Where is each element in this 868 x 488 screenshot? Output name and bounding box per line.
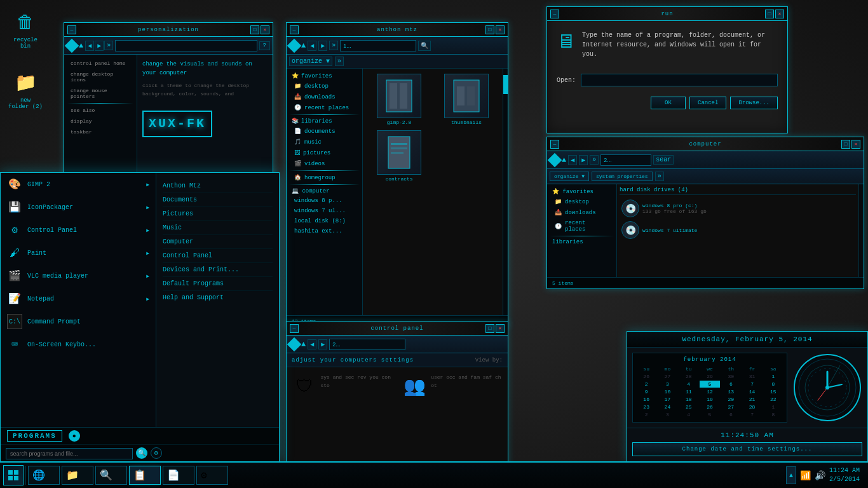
right-pictures[interactable]: Pictures bbox=[163, 207, 273, 221]
cal-w2-6[interactable]: 7 bbox=[742, 381, 762, 388]
cal-w4-5[interactable]: 20 bbox=[721, 396, 741, 403]
cal-w6-3[interactable]: 4 bbox=[679, 411, 699, 418]
file-pictures[interactable]: 🖼 pictures bbox=[289, 147, 360, 158]
file-recent-places[interactable]: 🕐 recent places bbox=[289, 102, 360, 113]
network-icon[interactable]: 📶 bbox=[800, 470, 811, 481]
cal-w4-3[interactable]: 18 bbox=[679, 396, 699, 403]
anthon-toolbar-more[interactable]: » bbox=[335, 57, 344, 66]
start-item-vlc[interactable]: 🎬 VLC media player ▶ bbox=[1, 264, 156, 287]
cal-w4-4[interactable]: 19 bbox=[700, 396, 720, 403]
run-browse-btn[interactable]: Browse... bbox=[730, 97, 778, 109]
right-default-programs[interactable]: Default Programs bbox=[163, 277, 273, 291]
cal-w1-7[interactable]: 1 bbox=[763, 373, 783, 380]
anthon-up[interactable]: ▲ bbox=[301, 41, 306, 50]
taskbar-item-search[interactable]: 🔍 bbox=[95, 466, 127, 485]
address-bar[interactable] bbox=[115, 40, 257, 51]
win-close-btn[interactable]: ✕ bbox=[261, 25, 269, 34]
sidebar-taskbar[interactable]: taskbar bbox=[67, 126, 133, 137]
start-item-paint[interactable]: 🖌 Paint ▶ bbox=[1, 241, 156, 264]
run-ok-btn[interactable]: OK bbox=[651, 97, 686, 109]
right-devices[interactable]: Devices and Print... bbox=[163, 263, 273, 277]
nav-more[interactable]: » bbox=[104, 41, 113, 50]
cp-nav-right[interactable]: ▶ bbox=[318, 339, 327, 349]
anthon-search[interactable]: 🔍 bbox=[418, 41, 431, 51]
cal-w2-1[interactable]: 2 bbox=[636, 381, 656, 388]
comp-up[interactable]: ▲ bbox=[562, 156, 566, 165]
comp-nav-right[interactable]: ▶ bbox=[579, 155, 588, 165]
comp-item-win7[interactable]: windows 7 ul... bbox=[289, 206, 360, 216]
right-anthon[interactable]: Anthon Mtz bbox=[163, 179, 273, 193]
taskbar-item-active1[interactable]: 📋 bbox=[129, 466, 161, 485]
start-item-controlpanel[interactable]: ⚙ Control Panel ▶ bbox=[1, 219, 156, 241]
file-videos[interactable]: 🎬 videos bbox=[289, 158, 360, 169]
cal-w5-4[interactable]: 26 bbox=[700, 403, 720, 410]
file-downloads[interactable]: 📥 downloads bbox=[289, 92, 360, 102]
thumb-contracts[interactable]: contracts bbox=[368, 130, 430, 182]
cp-minimize-btn[interactable]: — bbox=[290, 324, 299, 333]
search-options-icon[interactable]: ⚙ bbox=[151, 447, 162, 459]
cal-w1-6[interactable]: 31 bbox=[742, 373, 762, 380]
disk-win8[interactable]: 💿 windows 8 pro (c:) 133 gb free of 163 … bbox=[620, 198, 856, 219]
sidebar-display[interactable]: display bbox=[67, 116, 133, 126]
cal-w5-5[interactable]: 27 bbox=[721, 403, 741, 410]
anthon-address-bar[interactable] bbox=[340, 40, 416, 51]
right-controlpanel[interactable]: Control Panel bbox=[163, 249, 273, 263]
cal-w4-6[interactable]: 21 bbox=[742, 396, 762, 403]
search-programs-input[interactable] bbox=[6, 448, 133, 459]
comp-downloads[interactable]: 📥 downloads bbox=[550, 207, 614, 218]
nav-help[interactable]: ? bbox=[259, 41, 270, 50]
cal-w3-4[interactable]: 12 bbox=[700, 388, 720, 395]
cal-w3-1[interactable]: 9 bbox=[636, 388, 656, 395]
thumb-gimp[interactable]: gimp-2.8 bbox=[368, 74, 430, 125]
cp-address-bar[interactable] bbox=[329, 339, 405, 350]
disk-win7[interactable]: 💿 windows 7 ultimate bbox=[620, 219, 856, 241]
cal-w4-1[interactable]: 16 bbox=[636, 396, 656, 403]
file-documents[interactable]: 📄 documents bbox=[289, 126, 360, 137]
comp-toolbar-more[interactable]: » bbox=[655, 172, 664, 181]
cp-nav-left[interactable]: ◀ bbox=[308, 339, 316, 349]
run-minimize-btn[interactable]: — bbox=[550, 10, 559, 18]
cal-w6-7[interactable]: 8 bbox=[763, 411, 783, 418]
file-homegroup[interactable]: 🏠 homegroup bbox=[289, 172, 360, 183]
tray-expand-btn[interactable]: ▲ bbox=[786, 466, 796, 484]
cal-w3-6[interactable]: 14 bbox=[742, 388, 762, 395]
comp-restore-btn[interactable]: □ bbox=[841, 140, 850, 149]
taskbar-clock[interactable]: 11:24 AM 2/5/2014 bbox=[829, 466, 860, 484]
cal-w2-5[interactable]: 6 bbox=[721, 381, 741, 388]
thumb-thumbnails[interactable]: thumbnails bbox=[435, 74, 498, 125]
cal-w1-1[interactable]: 26 bbox=[636, 373, 656, 380]
cal-w4-7[interactable]: 22 bbox=[763, 396, 783, 403]
cal-w3-7[interactable]: 15 bbox=[763, 388, 783, 395]
start-item-osk[interactable]: ⌨ On-Screen Keybo... bbox=[1, 333, 156, 356]
comp-recent[interactable]: 🕐 recent places bbox=[550, 218, 614, 234]
comp-address-bar[interactable] bbox=[600, 154, 651, 166]
run-cancel-btn[interactable]: Cancel bbox=[689, 97, 726, 109]
sidebar-item-change-mouse-pointers[interactable]: change mouse pointers bbox=[67, 85, 133, 102]
win-minimize-btn[interactable]: — bbox=[67, 25, 76, 34]
comp-desktop[interactable]: 📁 desktop bbox=[550, 196, 614, 207]
cal-w1-2[interactable]: 27 bbox=[657, 373, 677, 380]
cal-w5-2[interactable]: 24 bbox=[657, 403, 677, 410]
right-computer[interactable]: Computer bbox=[163, 235, 273, 249]
nav-left[interactable]: ◀ bbox=[85, 41, 94, 51]
sidebar-item-change-desktop-icons[interactable]: change desktop icons bbox=[67, 69, 133, 85]
anthon-nav-left[interactable]: ◀ bbox=[308, 41, 316, 51]
right-documents[interactable]: Documents bbox=[163, 193, 273, 207]
win-restore-btn[interactable]: □ bbox=[250, 25, 259, 34]
start-item-iconpackager[interactable]: 💾 IconPackager ▶ bbox=[1, 196, 156, 219]
cal-today[interactable]: 5 bbox=[700, 381, 720, 388]
comp-minimize-btn[interactable]: — bbox=[550, 140, 559, 149]
anthon-minimize-btn[interactable]: — bbox=[290, 25, 299, 34]
comp-search-btn[interactable]: sear bbox=[653, 155, 674, 165]
comp-nav-more[interactable]: » bbox=[590, 155, 599, 165]
anthon-scrollbar[interactable] bbox=[503, 69, 508, 315]
comp-organize-btn[interactable]: organize ▼ bbox=[550, 172, 589, 181]
cal-w1-5[interactable]: 30 bbox=[721, 373, 741, 380]
comp-sysprops-btn[interactable]: system properties bbox=[592, 172, 653, 181]
cal-w6-6[interactable]: 7 bbox=[742, 411, 762, 418]
up-arrow[interactable]: ▲ bbox=[79, 41, 83, 50]
file-desktop[interactable]: 📁 desktop bbox=[289, 81, 360, 92]
right-music[interactable]: Music bbox=[163, 221, 273, 235]
cal-w2-7[interactable]: 8 bbox=[763, 381, 783, 388]
nav-right[interactable]: ▶ bbox=[95, 41, 104, 51]
